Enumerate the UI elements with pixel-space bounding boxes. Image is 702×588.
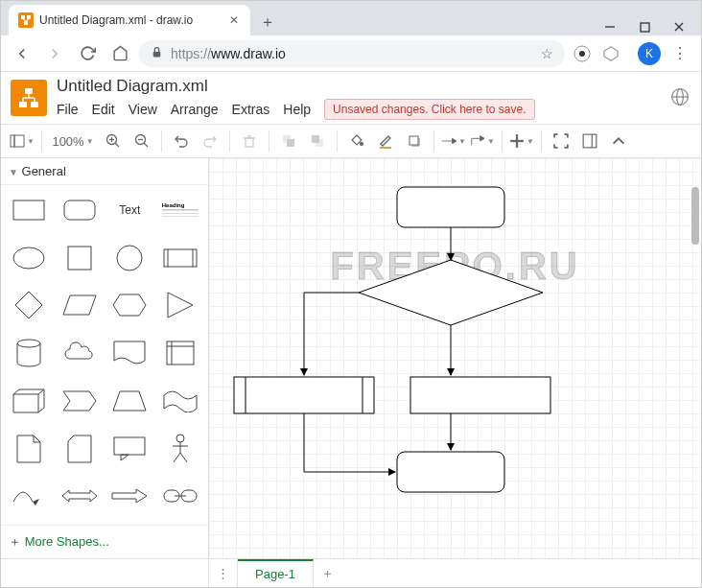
forward-button[interactable] xyxy=(41,40,68,67)
shape-trapezoid[interactable] xyxy=(107,382,152,420)
vertical-scrollbar[interactable] xyxy=(691,187,699,245)
shape-note[interactable] xyxy=(7,430,52,468)
shape-tape[interactable] xyxy=(158,382,203,420)
canvas[interactable]: FREEPO.RU xyxy=(209,158,701,558)
menu-help[interactable]: Help xyxy=(283,102,311,117)
svg-rect-89 xyxy=(397,187,504,227)
shape-rounded-rect[interactable] xyxy=(58,191,103,229)
waypoint-icon[interactable]: ▼ xyxy=(469,128,496,154)
insert-icon[interactable]: ▼ xyxy=(508,128,535,154)
line-color-icon[interactable] xyxy=(372,128,399,154)
zoom-out-icon[interactable] xyxy=(129,128,155,154)
page-menu-icon[interactable]: ⋮ xyxy=(209,559,238,588)
fill-color-icon[interactable] xyxy=(343,128,370,154)
panel-general[interactable]: ▼ General xyxy=(1,158,208,185)
shape-cube[interactable] xyxy=(7,382,52,420)
connection-icon[interactable]: ▼ xyxy=(440,128,467,154)
close-window-icon[interactable] xyxy=(670,18,688,35)
diagram xyxy=(209,158,701,558)
shape-actor[interactable] xyxy=(158,430,203,468)
view-mode-button[interactable]: ▼ xyxy=(9,128,35,154)
shape-cylinder[interactable] xyxy=(7,334,52,372)
svg-marker-90 xyxy=(359,260,543,325)
svg-rect-24 xyxy=(14,135,24,147)
svg-marker-62 xyxy=(168,293,193,318)
shape-square[interactable] xyxy=(58,239,103,277)
undo-icon[interactable] xyxy=(168,128,195,154)
document-title[interactable]: Untitled Diagram.xml xyxy=(57,77,661,96)
shape-internal-storage[interactable] xyxy=(158,334,203,372)
svg-marker-84 xyxy=(112,489,147,503)
shape-arrow[interactable] xyxy=(107,477,152,515)
svg-marker-61 xyxy=(113,294,146,316)
menu-extras[interactable]: Extras xyxy=(232,102,270,117)
menu-file[interactable]: File xyxy=(57,102,79,117)
minimize-icon[interactable] xyxy=(601,18,619,35)
url-field[interactable]: https://www.draw.io ☆ xyxy=(139,40,565,67)
shape-cloud[interactable] xyxy=(58,334,103,372)
shape-document[interactable] xyxy=(107,334,152,372)
shape-diamond[interactable] xyxy=(7,286,52,324)
extension-icon-2[interactable] xyxy=(599,42,622,65)
shape-ellipse[interactable] xyxy=(7,239,52,277)
shape-step[interactable] xyxy=(58,382,103,420)
maximize-icon[interactable] xyxy=(636,18,653,35)
svg-rect-0 xyxy=(21,15,25,19)
menu-arrange[interactable]: Arrange xyxy=(171,102,219,117)
svg-line-3 xyxy=(23,19,26,21)
shape-card[interactable] xyxy=(58,430,103,468)
shape-circle[interactable] xyxy=(107,239,152,277)
shadow-icon[interactable] xyxy=(401,128,428,154)
shape-heading[interactable]: Heading xyxy=(158,191,203,229)
browser-menu-icon[interactable]: ⋮ xyxy=(667,40,693,67)
browser-tab[interactable]: Untitled Diagram.xml - draw.io ✕ xyxy=(9,5,250,35)
fullscreen-icon[interactable] xyxy=(548,128,574,154)
extension-icon-1[interactable] xyxy=(571,42,594,65)
shape-hexagon[interactable] xyxy=(107,286,152,324)
shape-callout[interactable] xyxy=(107,430,152,468)
language-icon[interactable] xyxy=(670,87,691,108)
svg-rect-40 xyxy=(380,147,391,149)
svg-rect-1 xyxy=(27,15,31,19)
shape-parallelogram[interactable] xyxy=(58,286,103,324)
svg-point-55 xyxy=(117,246,142,270)
collapse-icon[interactable] xyxy=(605,128,632,154)
page-tab-1[interactable]: Page-1 xyxy=(238,559,314,587)
new-tab-button[interactable]: ＋ xyxy=(254,9,281,35)
shape-bidir-arrow[interactable] xyxy=(58,477,103,515)
home-button[interactable] xyxy=(106,40,133,67)
shape-triangle[interactable] xyxy=(158,286,203,324)
shape-link[interactable] xyxy=(158,477,203,515)
reload-button[interactable] xyxy=(74,40,101,67)
profile-avatar[interactable]: K xyxy=(638,42,661,65)
svg-line-30 xyxy=(144,143,148,147)
format-panel-icon[interactable] xyxy=(576,128,603,154)
add-page-button[interactable]: ＋ xyxy=(314,559,342,588)
more-shapes-button[interactable]: ＋ More Shapes... xyxy=(1,525,208,558)
svg-point-77 xyxy=(176,435,184,442)
shape-rectangle[interactable] xyxy=(7,191,52,229)
menu-edit[interactable]: Edit xyxy=(92,102,115,117)
svg-marker-12 xyxy=(604,46,618,59)
to-back-icon[interactable] xyxy=(304,128,331,154)
svg-rect-41 xyxy=(410,136,418,145)
address-bar: https://www.draw.io ☆ K ⋮ xyxy=(1,35,701,72)
redo-icon[interactable] xyxy=(197,128,223,154)
svg-marker-60 xyxy=(63,295,96,315)
app-logo[interactable] xyxy=(11,80,47,116)
close-tab-icon[interactable]: ✕ xyxy=(227,13,241,27)
zoom-level[interactable]: 100%▼ xyxy=(48,128,98,154)
svg-point-11 xyxy=(579,51,585,57)
to-front-icon[interactable] xyxy=(275,128,302,154)
svg-rect-66 xyxy=(167,341,194,365)
zoom-in-icon[interactable] xyxy=(100,128,127,154)
delete-icon[interactable] xyxy=(236,128,263,154)
shape-process[interactable] xyxy=(158,239,203,277)
unsaved-changes-banner[interactable]: Unsaved changes. Click here to save. xyxy=(324,99,534,120)
shape-curve[interactable] xyxy=(7,477,52,515)
menu-view[interactable]: View xyxy=(129,102,157,117)
svg-marker-73 xyxy=(17,435,40,462)
back-button[interactable] xyxy=(9,40,35,67)
shape-text[interactable]: Text xyxy=(107,191,152,229)
star-icon[interactable]: ☆ xyxy=(541,46,553,61)
